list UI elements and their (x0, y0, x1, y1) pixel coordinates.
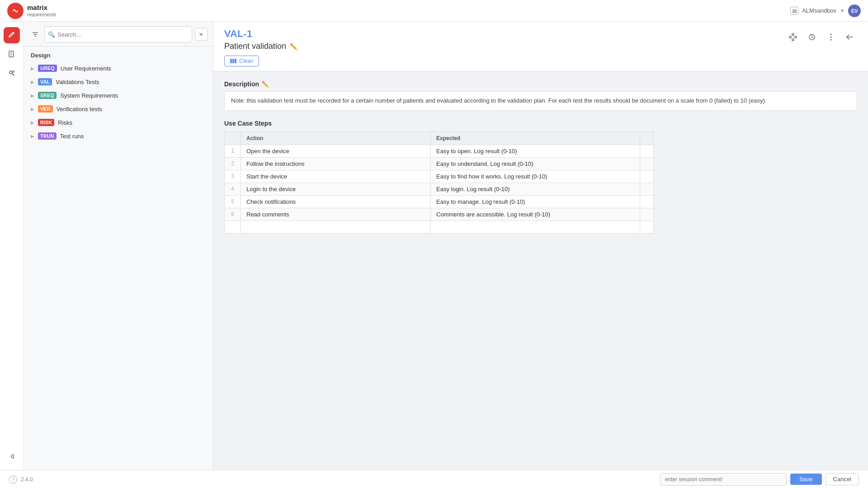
content-header: VAL-1 Patient validation ✏️ (213, 22, 868, 71)
svg-rect-13 (792, 39, 794, 41)
row-extra (640, 208, 654, 221)
sreq-badge: SREQ (38, 92, 57, 99)
col-expected-header: Expected (431, 131, 640, 145)
description-section-title: Description ✏️ (224, 80, 857, 88)
ver-badge: VER (38, 105, 53, 113)
table-row: 2 Follow the instructions Easy to unders… (225, 157, 654, 170)
diagram-button[interactable] (786, 30, 800, 44)
sidebar: 🔍 Design ▶ UREQ User Requirements ▶ VAL … (24, 22, 213, 470)
chevron-right-icon: ▶ (31, 80, 34, 84)
version-label: 2.4.0 (21, 476, 33, 483)
more-options-button[interactable] (824, 30, 838, 44)
user-menu[interactable]: 🏢 ALMsandbox ▼ EV (790, 5, 861, 17)
sidebar-item-val[interactable]: ▶ VAL Validations Tests (24, 75, 213, 89)
clean-status-button[interactable]: Clean (224, 56, 259, 66)
row-action: Start the device (241, 170, 431, 183)
sidebar-section-label: Design (24, 47, 213, 61)
sidebar-item-sreq[interactable]: ▶ SREQ System Requirements (24, 89, 213, 102)
svg-rect-11 (789, 36, 791, 38)
row-expected: Easy to open. Log result (0-10) (431, 145, 640, 157)
svg-rect-14 (795, 36, 797, 38)
filter-button[interactable] (29, 28, 42, 41)
svg-rect-12 (792, 33, 794, 35)
status-badge: Clean (239, 58, 253, 64)
cancel-button[interactable]: Cancel (826, 473, 859, 485)
icon-bar (0, 22, 24, 470)
content-body: Description ✏️ Note: this validation tes… (213, 71, 868, 470)
sidebar-item-label: Risks (58, 119, 72, 126)
col-num-header (225, 131, 241, 145)
row-action: Login to the device (241, 183, 431, 195)
sidebar-item-label: Validations Tests (56, 79, 99, 85)
workspace-icon: 🏢 (790, 7, 798, 15)
logo: matrix requirements (7, 3, 56, 19)
row-num: 1 (225, 145, 241, 157)
row-extra (640, 145, 654, 157)
trun-badge: TRUN (38, 132, 57, 140)
row-action: Read comments (241, 208, 431, 221)
table-row: 3 Start the device Easy to find how it w… (225, 170, 654, 183)
risk-badge: RISK (38, 119, 54, 126)
status-row: Clean (224, 56, 857, 71)
col-extra-header (640, 131, 654, 145)
ureq-badge: UREQ (38, 65, 57, 72)
status-icon (230, 59, 236, 63)
sidebar-item-trun[interactable]: ▶ TRUN Test runs (24, 129, 213, 143)
table-row: 5 Check notifications Easy to manage. Lo… (225, 195, 654, 208)
use-case-section: Use Case Steps Action Expected 1 Open (224, 120, 857, 234)
row-num: 4 (225, 183, 241, 195)
table-row: 1 Open the device Easy to open. Log resu… (225, 145, 654, 157)
sidebar-item-label: Test runs (60, 133, 84, 140)
bottom-left: ? 2.4.0 (9, 475, 33, 483)
sidebar-item-label: User Requirements (61, 65, 111, 72)
help-icon[interactable]: ? (9, 475, 17, 483)
search-icon: 🔍 (48, 31, 55, 38)
sidebar-item-ureq[interactable]: ▶ UREQ User Requirements (24, 61, 213, 75)
description-section: Description ✏️ Note: this validation tes… (224, 80, 857, 111)
icon-bar-item-collapse[interactable] (4, 448, 20, 465)
logo-text: matrix requirements (27, 4, 56, 17)
header-actions (786, 28, 857, 44)
chevron-right-icon: ▶ (31, 120, 34, 125)
row-expected: Easy to find how it works. Log result (0… (431, 170, 640, 183)
avatar: EV (848, 5, 861, 17)
description-text: Note: this validation test must be recor… (224, 91, 857, 111)
back-button[interactable] (843, 30, 857, 44)
search-input[interactable] (44, 26, 192, 42)
workspace-name: ALMsandbox (802, 7, 836, 14)
sidebar-item-label: System Requirements (60, 92, 118, 99)
row-extra (640, 183, 654, 195)
val-badge: VAL (38, 78, 52, 85)
row-action: Check notifications (241, 195, 431, 208)
row-expected: Easy to manage. Log result (0-10) (431, 195, 640, 208)
row-expected: Comments are accessible. Log result (0-1… (431, 208, 640, 221)
row-expected: Easy to understand. Log result (0-10) (431, 157, 640, 170)
table-row-empty (225, 221, 654, 233)
top-bar: matrix requirements 🏢 ALMsandbox ▼ EV (0, 0, 868, 22)
svg-rect-23 (230, 59, 232, 63)
chevron-right-icon: ▶ (31, 93, 34, 98)
svg-point-20 (830, 34, 832, 35)
sidebar-item-ver[interactable]: ▶ VER Verifications tests (24, 102, 213, 116)
session-comment-input[interactable] (660, 473, 787, 486)
tree-list: ▶ UREQ User Requirements ▶ VAL Validatio… (24, 61, 213, 143)
row-extra (640, 170, 654, 183)
use-case-table: Action Expected 1 Open the device Easy t… (224, 131, 654, 234)
row-num: 2 (225, 157, 241, 170)
row-num: 3 (225, 170, 241, 183)
table-row: 6 Read comments Comments are accessible.… (225, 208, 654, 221)
edit-description-icon[interactable]: ✏️ (262, 81, 269, 88)
svg-rect-24 (232, 59, 234, 63)
edit-title-icon[interactable]: ✏️ (290, 43, 297, 50)
item-id: VAL-1 (224, 28, 297, 40)
icon-bar-item-docs[interactable] (4, 46, 20, 62)
svg-point-21 (830, 37, 832, 38)
icon-bar-item-tools[interactable] (4, 65, 20, 81)
search-dropdown-button[interactable] (195, 28, 208, 41)
history-button[interactable] (805, 30, 819, 44)
save-button[interactable]: Save (790, 474, 822, 485)
icon-bar-item-edit[interactable] (4, 27, 20, 43)
sidebar-item-risk[interactable]: ▶ RISK Risks (24, 116, 213, 129)
sidebar-item-label: Verifications tests (57, 106, 102, 113)
chevron-right-icon: ▶ (31, 134, 34, 139)
